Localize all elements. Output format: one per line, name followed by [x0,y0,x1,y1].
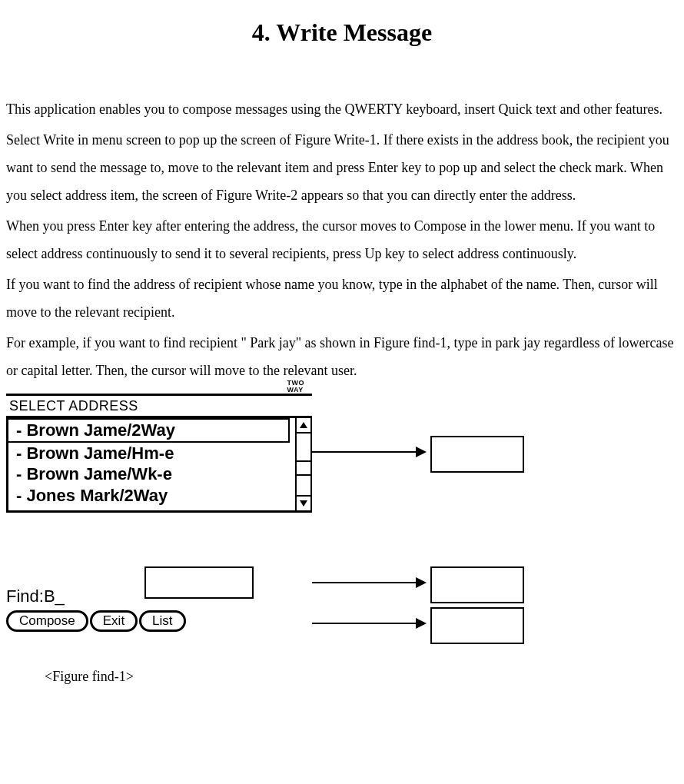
body-paragraph-4: If you want to find the address of recip… [6,271,678,326]
find-row: Find: B_ [6,586,312,607]
callout-box-1 [430,436,524,473]
triangle-down-icon [300,500,307,507]
triangle-up-icon [300,422,307,428]
body-paragraph-3: When you press Enter key after entering … [6,212,678,267]
device-screenshot: TWO WAY SELECT ADDRESS - Brown Jame/2Way… [6,394,312,632]
address-list-items: - Brown Jame/2Way - Brown Jame/Hm-e - Br… [8,418,291,506]
scroll-down-button[interactable] [297,495,310,510]
body-paragraph-1: This application enables you to compose … [6,95,678,123]
find-input[interactable]: B_ [44,580,65,613]
list-button[interactable]: List [139,610,185,632]
arrow-line-2 [312,582,416,583]
arrow-line-3 [312,623,416,624]
address-item[interactable]: - Brown Jame/Wk-e [8,463,291,485]
compose-button[interactable]: Compose [6,610,88,632]
callout-box-3 [430,607,524,644]
address-list: - Brown Jame/2Way - Brown Jame/Hm-e - Br… [6,418,312,513]
two-way-indicator: TWO WAY [287,380,305,394]
button-row: Compose Exit List [6,610,312,632]
arrow-head-icon [416,577,427,588]
address-item[interactable]: - Jones Mark/2Way [8,485,291,507]
screen-header-label: SELECT ADDRESS [6,392,138,420]
page-title: 4. Write Message [6,8,678,57]
arrow-head-icon [416,618,427,629]
arrow-line-1 [312,451,416,453]
scroll-thumb[interactable] [297,460,310,476]
body-paragraph-2: Select Write in menu screen to pop up th… [6,126,678,209]
scrollbar[interactable] [295,418,312,510]
scroll-up-button[interactable] [297,418,310,434]
figure-caption: <Figure find-1> [45,663,678,690]
address-item[interactable]: - Brown Jame/2Way [8,418,290,443]
find-label: Find: [6,580,44,613]
body-paragraph-5: For example, if you want to find recipie… [6,329,678,384]
address-item[interactable]: - Brown Jame/Hm-e [8,443,291,464]
callout-box-2 [430,566,524,603]
arrow-head-icon [416,447,427,457]
exit-button[interactable]: Exit [90,610,138,632]
screen-header: SELECT ADDRESS [6,394,312,418]
figure-area: TWO WAY SELECT ADDRESS - Brown Jame/2Way… [6,394,678,663]
